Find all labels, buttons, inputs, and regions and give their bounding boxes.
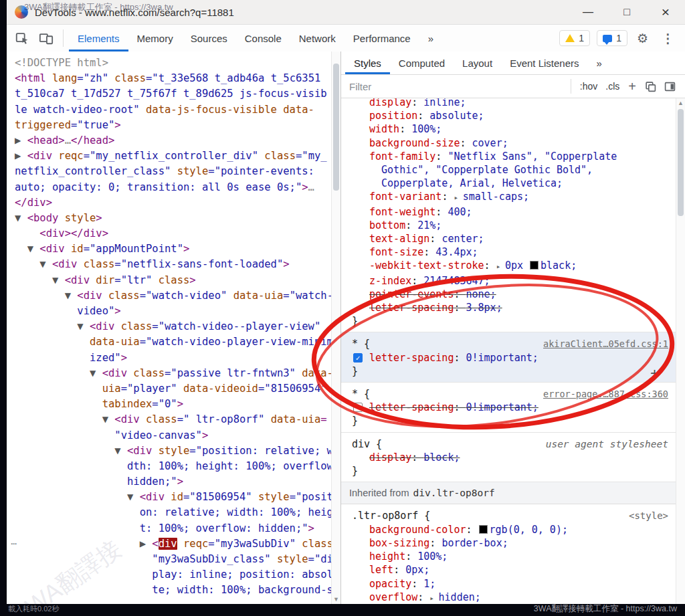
dom-tree-line[interactable]: netflix_controller_class" style="pointer… [15, 164, 331, 179]
tab-memory[interactable]: Memory [128, 25, 182, 52]
expand-value-arrow-icon[interactable]: ▸ [454, 193, 462, 202]
insert-style-rule-button[interactable]: + [650, 367, 659, 381]
disclosure-arrow-icon[interactable]: ▼ [15, 445, 127, 457]
dom-tree-line[interactable]: ▶ <div reqc="my_netflix_controller_div" … [15, 148, 331, 164]
dom-tree-line[interactable]: ▼ <div id="appMountPoint"> [15, 241, 331, 257]
declaration-checkbox[interactable] [353, 403, 363, 412]
css-declaration[interactable]: Gothic", "Copperplate Gothic Bold", [352, 163, 671, 177]
dom-tree-line[interactable]: le watch-video-root" data-js-focus-visib… [15, 102, 331, 118]
tab-[interactable]: » [419, 25, 442, 52]
dom-tree-line[interactable]: "my3waSubDiv_class" style="dis [15, 552, 331, 567]
color-swatch[interactable] [479, 525, 488, 534]
style-tag-link[interactable]: <style> [629, 509, 671, 522]
dom-tree-line[interactable]: video"> [15, 304, 331, 319]
disclosure-arrow-icon[interactable]: ▼ [15, 491, 140, 503]
messages-badge[interactable]: 1 [597, 30, 627, 46]
disclosure-arrow-icon[interactable]: ▼ [15, 413, 114, 425]
css-declaration[interactable]: box-sizing: border-box; [352, 536, 671, 550]
dom-tree-line[interactable]: <div></div> [15, 226, 331, 241]
dom-tree-line[interactable]: dth: 100%; height: 100%; overflow: [15, 459, 331, 474]
tab-sources[interactable]: Sources [182, 25, 236, 52]
disclosure-arrow-icon[interactable]: ▼ [15, 367, 102, 379]
dom-tree-line[interactable]: ▼ <div class=" ltr-op8orf" data-uia= [15, 412, 331, 427]
stylesheet-source-link[interactable]: error-page.…887.css:360 [543, 387, 671, 401]
close-button[interactable]: × [646, 0, 685, 24]
more-options-icon[interactable]: ⋮ [658, 31, 678, 46]
dom-tree-line[interactable]: t: 100%; overflow: hidden;"> [15, 521, 331, 536]
dom-tree-line[interactable]: <!DOCTYPE html> [15, 56, 331, 71]
dom-tree-line[interactable]: ▼ <div class="passive ltr-fntwn3" data- [15, 366, 331, 381]
dom-tree-line[interactable]: ▼ <div style="position: relative; wi [15, 443, 331, 459]
css-selector-row[interactable]: .ltr-op8orf {<style> [352, 509, 671, 522]
dom-tree-line[interactable]: ▼ <div id="81506954" style="positi [15, 490, 331, 505]
dom-tree-line[interactable]: <html lang="zh" class="t_33e568 t_adb46a… [15, 71, 331, 86]
disclosure-arrow-icon[interactable]: ▼ [15, 243, 39, 255]
css-declaration[interactable]: width: 100%; [352, 122, 671, 136]
disclosure-arrow-icon[interactable]: ▶ [15, 134, 27, 146]
tab-network[interactable]: Network [290, 25, 345, 52]
disclosure-arrow-icon[interactable]: ▶ [15, 150, 27, 162]
device-toolbar-icon[interactable] [39, 31, 54, 45]
dom-tree-line[interactable]: auto; opacity: 0; transition: all 0s eas… [15, 180, 331, 195]
sidebar-tab-styles[interactable]: Styles [345, 52, 390, 74]
computed-styles-icon[interactable] [645, 81, 656, 92]
dom-tree-line[interactable]: ▶ <head>…</head> [15, 133, 331, 148]
disclosure-arrow-icon[interactable]: ▼ [15, 258, 52, 270]
dom-tree-line[interactable]: </div> [15, 195, 331, 211]
css-declaration[interactable]: height: 100%; [352, 550, 671, 563]
sidebar-tab-more[interactable]: » [588, 52, 611, 74]
css-declaration[interactable]: display: inline; [352, 98, 671, 109]
disclosure-arrow-icon[interactable]: ▼ [15, 290, 77, 302]
dom-tree-line[interactable]: ▼ <div class="watch-video" data-uia="wat… [15, 288, 331, 304]
scrollbar-thumb[interactable] [678, 109, 684, 216]
element-classes-button[interactable]: .cls [601, 81, 623, 92]
css-declaration[interactable]: Copperplate, Arial, Helvetica; [352, 177, 671, 190]
color-swatch[interactable] [530, 261, 539, 270]
maximize-button[interactable]: □ [607, 0, 646, 24]
dom-tree-line[interactable]: tabindex="0"> [15, 397, 331, 412]
css-declaration[interactable]: font-size: 43.4px; [352, 245, 671, 259]
css-declaration[interactable]: letter-spacing: 0!important; [352, 401, 671, 414]
dock-sidebar-icon[interactable] [664, 81, 676, 92]
css-declaration[interactable]: bottom: 21%; [352, 219, 671, 232]
tab-elements[interactable]: Elements [69, 25, 128, 52]
stylesheet-source-link[interactable]: akiraClient…05efd.css:1 [543, 337, 671, 350]
new-style-rule-button[interactable]: + [623, 80, 641, 93]
disclosure-arrow-icon[interactable]: ▼ [15, 320, 90, 332]
more-actions-dots[interactable]: ⋯ [11, 536, 15, 552]
dom-tree-line[interactable]: uia="player" data-videoid="81506954" [15, 381, 331, 397]
disclosure-arrow-icon[interactable]: ▼ [15, 212, 27, 224]
dom-tree-line[interactable]: play: inline; position: absolu [15, 567, 331, 583]
dom-tree-line[interactable]: ▼ <div class="netflix-sans-font-loaded"> [15, 257, 331, 272]
dom-tree-line[interactable]: triggered="true"> [15, 118, 331, 133]
sidebar-tab-eventlisteners[interactable]: Event Listeners [501, 52, 587, 74]
settings-gear-icon[interactable]: ⚙ [634, 31, 651, 46]
scrollbar-thumb[interactable] [333, 64, 339, 191]
dom-tree-line[interactable]: t_510ca7 t_17d527 t_75f67f t_89d625 js-f… [15, 86, 331, 102]
warnings-badge[interactable]: 1 [559, 30, 590, 46]
dom-tree-line[interactable]: ized"> [15, 350, 331, 366]
disclosure-arrow-icon[interactable]: ▶ [15, 538, 152, 550]
css-declaration[interactable]: display: block; [352, 451, 671, 464]
css-declaration[interactable]: pointer-events: none; [352, 288, 671, 301]
minimize-button[interactable]: — [569, 0, 607, 24]
elements-scrollbar[interactable]: ▼ [331, 52, 340, 604]
sidebar-tab-computed[interactable]: Computed [390, 52, 454, 74]
styles-scrollbar[interactable]: ▲ [676, 98, 685, 604]
dom-tree-line[interactable]: ▼ <div class="watch-video--player-view" [15, 319, 331, 334]
css-declaration[interactable]: ✓letter-spacing: 0!important; [352, 351, 671, 365]
sidebar-tab-layout[interactable]: Layout [454, 52, 501, 74]
dom-tree-line[interactable]: ▼ <div dir="ltr" class> [15, 273, 331, 288]
css-selector-row[interactable]: * {error-page.…887.css:360 [352, 387, 671, 401]
css-declaration[interactable]: left: 0px; [352, 563, 671, 577]
dom-tree-line[interactable]: on: relative; width: 100%; heigh [15, 505, 331, 520]
css-selector-row[interactable]: div {user agent stylesheet [352, 437, 671, 451]
dom-tree-line[interactable]: ⋯ ▶ <div reqc="my3waSubDiv" class= [15, 536, 331, 552]
inspect-element-icon[interactable] [15, 31, 29, 45]
css-declaration[interactable]: font-variant: ▸ small-caps; [352, 190, 671, 205]
css-declaration[interactable]: background-size: cover; [352, 136, 671, 150]
css-declaration[interactable]: -webkit-text-stroke: ▸ 0px black; [352, 259, 671, 274]
css-declaration[interactable]: text-align: center; [352, 232, 671, 245]
dom-tree-line[interactable]: te; width: 100%; background-si [15, 583, 331, 598]
css-selector-row[interactable]: * {akiraClient…05efd.css:1 [352, 337, 671, 350]
